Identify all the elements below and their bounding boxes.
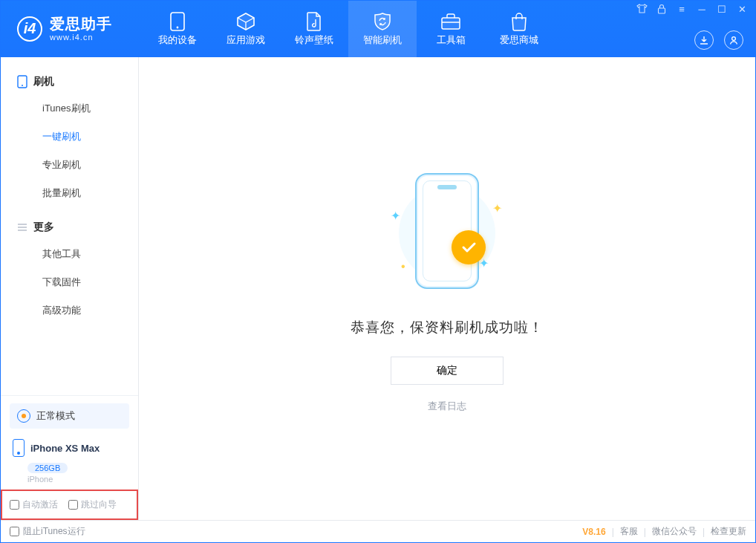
flash-options-box: 自动激活 跳过向导 [1, 490, 138, 520]
shield-refresh-icon [373, 12, 392, 31]
device-icon [170, 12, 185, 31]
success-message: 恭喜您，保资料刷机成功啦！ [351, 318, 544, 337]
app-title: 爱思助手 [50, 16, 112, 33]
download-button[interactable] [694, 30, 714, 50]
sidebar-item-batch-flash[interactable]: 批量刷机 [1, 179, 138, 207]
sidebar: 刷机 iTunes刷机 一键刷机 专业刷机 批量刷机 更多 其他工具 下载固件 … [1, 57, 139, 520]
main-content: ✦✦✦• 恭喜您，保资料刷机成功啦！ 确定 查看日志 [139, 57, 755, 520]
ok-button[interactable]: 确定 [391, 357, 504, 385]
device-name: iPhone XS Max [30, 443, 100, 454]
sidebar-item-other-tools[interactable]: 其他工具 [1, 240, 138, 268]
phone-icon [13, 439, 25, 457]
device-storage-pill: 256GB [27, 463, 68, 473]
top-nav: 我的设备 应用游戏 铃声壁纸 智能刷机 [143, 1, 553, 57]
nav-ringtones-wallpapers[interactable]: 铃声壁纸 [280, 1, 348, 57]
checkbox-prevent-itunes[interactable]: 阻止iTunes运行 [10, 525, 85, 538]
app-window: i4 爱思助手 www.i4.cn 我的设备 应用游戏 [0, 0, 756, 543]
sidebar-group-flash: 刷机 [1, 69, 138, 94]
lock-icon[interactable] [656, 4, 668, 16]
sidebar-item-oneclick-flash[interactable]: 一键刷机 [1, 123, 138, 151]
nav-store[interactable]: 爱思商城 [485, 1, 553, 57]
footer-link-wechat[interactable]: 微信公众号 [652, 525, 697, 538]
maximize-button[interactable]: ☐ [716, 4, 728, 16]
success-illustration: ✦✦✦• [365, 164, 529, 302]
minimize-button[interactable]: ─ [696, 4, 708, 16]
status-bar: 阻止iTunes运行 V8.16 | 客服 | 微信公众号 | 检查更新 [1, 520, 755, 542]
nav-smart-flash[interactable]: 智能刷机 [348, 1, 417, 57]
nav-apps-games[interactable]: 应用游戏 [212, 1, 280, 57]
menu-icon[interactable]: ≡ [676, 4, 688, 16]
cube-icon [236, 12, 255, 31]
footer-link-support[interactable]: 客服 [620, 525, 638, 538]
shopping-bag-icon [510, 12, 528, 31]
sidebar-item-pro-flash[interactable]: 专业刷机 [1, 151, 138, 179]
device-mode-row[interactable]: 正常模式 [10, 403, 129, 429]
view-log-link[interactable]: 查看日志 [428, 400, 466, 413]
sidebar-item-download-firmware[interactable]: 下载固件 [1, 268, 138, 296]
success-panel: ✦✦✦• 恭喜您，保资料刷机成功啦！ 确定 查看日志 [351, 164, 544, 413]
mode-indicator-icon [17, 409, 30, 423]
svg-rect-3 [659, 8, 665, 13]
app-url: www.i4.cn [50, 33, 112, 42]
footer-link-check-update[interactable]: 检查更新 [711, 525, 746, 538]
version-label: V8.16 [582, 527, 605, 537]
shirt-icon[interactable] [636, 4, 648, 16]
svg-rect-2 [442, 18, 460, 29]
device-mode-label: 正常模式 [36, 409, 75, 423]
logo-area: i4 爱思助手 www.i4.cn [1, 16, 143, 42]
sidebar-item-itunes-flash[interactable]: iTunes刷机 [1, 94, 138, 123]
svg-point-1 [177, 26, 179, 28]
checkbox-skip-guide[interactable]: 跳过向导 [68, 498, 117, 511]
header-bar: i4 爱思助手 www.i4.cn 我的设备 应用游戏 [1, 1, 755, 57]
music-file-icon [306, 12, 322, 31]
checkbox-auto-activate[interactable]: 自动激活 [10, 498, 58, 511]
sidebar-group-more: 更多 [1, 215, 138, 240]
user-button[interactable] [724, 30, 743, 50]
device-subtitle: iPhone [10, 475, 129, 484]
device-row[interactable]: iPhone XS Max [10, 439, 129, 460]
sidebar-item-advanced[interactable]: 高级功能 [1, 296, 138, 325]
close-button[interactable]: ✕ [736, 4, 748, 16]
svg-point-4 [732, 37, 736, 41]
app-logo-icon: i4 [17, 16, 42, 42]
toolbox-icon [440, 12, 461, 31]
nav-toolbox[interactable]: 工具箱 [417, 1, 485, 57]
list-icon [17, 223, 27, 232]
sidebar-device-panel: 正常模式 iPhone XS Max 256GB iPhone [1, 395, 138, 490]
svg-point-6 [22, 85, 23, 86]
phone-icon [17, 75, 27, 88]
nav-my-device[interactable]: 我的设备 [143, 1, 212, 57]
